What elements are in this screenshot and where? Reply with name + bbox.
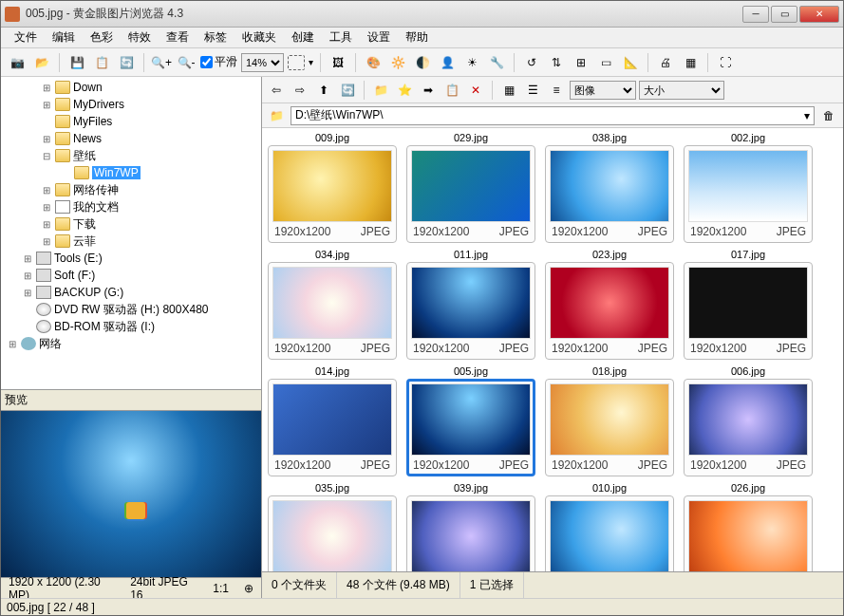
tool2-icon[interactable]: ⇅	[546, 52, 567, 73]
tree-item-15[interactable]: ⊞网络	[3, 335, 259, 352]
menu-10[interactable]: 帮助	[398, 27, 436, 48]
thumb-filename: 039.jpg	[454, 482, 488, 494]
forward-icon[interactable]: ⇨	[290, 80, 310, 101]
effect5-icon[interactable]: ☀	[461, 52, 482, 73]
delete-icon[interactable]: ✕	[465, 80, 486, 101]
thumb-023.jpg[interactable]: 023.jpg1920x1200JPEG	[543, 249, 676, 360]
zoom-select[interactable]: 14%	[241, 53, 284, 72]
close-button[interactable]: ✕	[799, 6, 839, 23]
tree-item-14[interactable]: BD-ROM 驱动器 (I:)	[3, 318, 259, 335]
thumb-011.jpg[interactable]: 011.jpg1920x1200JPEG	[404, 249, 537, 360]
tree-item-6[interactable]: ⊞网络传神	[3, 181, 259, 198]
info-icon[interactable]: ⊕	[236, 582, 261, 595]
thumb-038.jpg[interactable]: 038.jpg1920x1200JPEG	[543, 132, 676, 243]
tool1-icon[interactable]: ↺	[521, 52, 542, 73]
minimize-button[interactable]: ─	[742, 6, 769, 23]
refresh-icon[interactable]: 🔄	[337, 80, 358, 101]
thumb-014.jpg[interactable]: 014.jpg1920x1200JPEG	[266, 365, 399, 476]
effect2-icon[interactable]: 🔆	[387, 52, 408, 73]
effect6-icon[interactable]: 🔧	[486, 52, 507, 73]
menu-4[interactable]: 查看	[159, 27, 197, 48]
selection-icon[interactable]	[288, 55, 305, 70]
menu-1[interactable]: 编辑	[45, 27, 83, 48]
thumb-filename: 018.jpg	[592, 365, 627, 377]
menu-6[interactable]: 收藏夹	[234, 27, 284, 48]
tree-item-2[interactable]: MyFiles	[3, 113, 259, 130]
smooth-checkbox[interactable]: 平滑	[200, 54, 237, 70]
menu-0[interactable]: 文件	[7, 27, 45, 48]
tool3-icon[interactable]: ⊞	[571, 52, 591, 73]
back-icon[interactable]: ⇦	[266, 80, 287, 101]
thumb-039.jpg[interactable]: 039.jpg1920x1200JPEG	[404, 482, 537, 571]
thumb-009.jpg[interactable]: 009.jpg1920x1200JPEG	[266, 132, 399, 243]
tree-item-12[interactable]: ⊞BACKUP (G:)	[3, 284, 259, 301]
thumb-resolution: 1920x1200	[274, 458, 330, 472]
newfolder-icon[interactable]: 📁	[370, 80, 391, 101]
tool5-icon[interactable]: 📐	[620, 52, 641, 73]
menu-8[interactable]: 工具	[322, 27, 360, 48]
tree-item-4[interactable]: ⊟壁纸	[3, 147, 259, 164]
view-list-icon[interactable]: ☰	[522, 80, 543, 101]
fav-icon[interactable]: ⭐	[394, 80, 415, 101]
tree-item-13[interactable]: DVD RW 驱动器 (H:) 800X480	[3, 301, 259, 318]
menu-2[interactable]: 色彩	[83, 27, 121, 48]
copy-icon[interactable]: 📋	[91, 52, 112, 73]
view-detail-icon[interactable]: ≡	[546, 80, 567, 101]
path-input[interactable]: D:\壁纸\Win7WP\▾	[291, 106, 815, 125]
copy-to-icon[interactable]: 📋	[441, 80, 462, 101]
menu-9[interactable]: 设置	[360, 27, 398, 48]
thumb-034.jpg[interactable]: 034.jpg1920x1200JPEG	[266, 249, 399, 360]
tree-item-7[interactable]: ⊞我的文档	[3, 198, 259, 215]
menu-5[interactable]: 标签	[197, 27, 234, 48]
filter-select[interactable]: 图像	[570, 81, 636, 100]
thumb-026.jpg[interactable]: 026.jpg1920x1200JPEG	[682, 482, 815, 571]
tree-item-0[interactable]: ⊞Down	[3, 79, 259, 96]
effect3-icon[interactable]: 🌓	[412, 52, 433, 73]
thumb-005.jpg[interactable]: 005.jpg1920x1200JPEG	[404, 365, 537, 476]
thumb-filename: 002.jpg	[731, 132, 765, 143]
trash-icon[interactable]: 🗑	[818, 105, 839, 126]
thumb-029.jpg[interactable]: 029.jpg1920x1200JPEG	[404, 132, 537, 243]
tree-item-5[interactable]: Win7WP	[3, 164, 259, 181]
menu-3[interactable]: 特效	[121, 27, 159, 48]
sort-select[interactable]: 大小	[639, 81, 724, 100]
menu-7[interactable]: 创建	[284, 27, 322, 48]
move-icon[interactable]: ➡	[418, 80, 439, 101]
thumb-image	[272, 267, 392, 339]
thumbnail-area[interactable]: 009.jpg1920x1200JPEG029.jpg1920x1200JPEG…	[262, 128, 843, 571]
view-large-icon[interactable]: ▦	[498, 80, 519, 101]
thumb-filename: 010.jpg	[592, 482, 627, 494]
export-icon[interactable]: 🖼	[328, 52, 348, 73]
maximize-button[interactable]: ▭	[771, 6, 797, 23]
tree-item-8[interactable]: ⊞下载	[3, 215, 259, 233]
thumb-002.jpg[interactable]: 002.jpg1920x1200JPEG	[682, 132, 815, 243]
tree-item-10[interactable]: ⊞Tools (E:)	[3, 250, 259, 267]
folder-tree[interactable]: ⊞Down⊞MyDriversMyFiles⊞News⊟壁纸Win7WP⊞网络传…	[1, 77, 261, 389]
tool4-icon[interactable]: ▭	[595, 52, 616, 73]
preview-pane[interactable]	[1, 411, 261, 577]
thumb-010.jpg[interactable]: 010.jpg1920x1200JPEG	[543, 482, 676, 571]
save-icon[interactable]: 💾	[66, 52, 87, 73]
effect4-icon[interactable]: 👤	[437, 52, 458, 73]
thumb-filename: 026.jpg	[731, 482, 765, 494]
tree-item-9[interactable]: ⊞云菲	[3, 233, 259, 250]
thumb-018.jpg[interactable]: 018.jpg1920x1200JPEG	[543, 365, 676, 476]
tree-item-1[interactable]: ⊞MyDrivers	[3, 96, 259, 113]
tree-item-11[interactable]: ⊞Soft (F:)	[3, 267, 259, 284]
grid-icon[interactable]: ▦	[680, 52, 701, 73]
thumb-filename: 009.jpg	[315, 132, 349, 143]
image-dimensions: 1920 x 1200 (2.30 MP)	[1, 575, 122, 599]
up-icon[interactable]: ⬆	[313, 80, 334, 101]
print-icon[interactable]: 🖨	[655, 52, 676, 73]
zoom-in-icon[interactable]: 🔍+	[151, 52, 172, 73]
zoom-out-icon[interactable]: 🔍-	[176, 52, 197, 73]
open-icon[interactable]: 📂	[31, 52, 52, 73]
rotate-icon[interactable]: 🔄	[116, 52, 137, 73]
thumb-006.jpg[interactable]: 006.jpg1920x1200JPEG	[682, 365, 815, 476]
fullscreen-icon[interactable]: ⛶	[715, 52, 736, 73]
thumb-017.jpg[interactable]: 017.jpg1920x1200JPEG	[682, 249, 815, 360]
thumb-035.jpg[interactable]: 035.jpg1920x1200JPEG	[266, 482, 399, 571]
camera-icon[interactable]: 📷	[7, 52, 28, 73]
tree-item-3[interactable]: ⊞News	[3, 130, 259, 147]
effect1-icon[interactable]: 🎨	[363, 52, 384, 73]
